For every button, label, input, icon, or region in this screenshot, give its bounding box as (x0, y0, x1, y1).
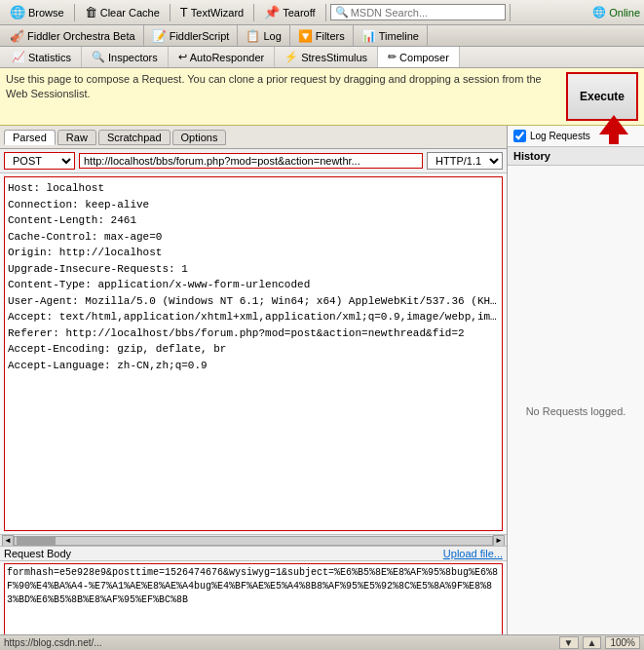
history-label: History (508, 147, 644, 166)
status-right: ▼ ▲ 100% (559, 636, 640, 649)
separator4 (325, 4, 326, 21)
tab-log[interactable]: 📋 Log (238, 25, 289, 46)
info-banner: Use this page to compose a Request. You … (0, 68, 644, 126)
banner-text: Use this page to compose a Request. You … (6, 72, 566, 102)
left-panel: Parsed Raw Scratchpad Options POST GET P… (0, 126, 508, 650)
fiddler-orchestra-icon: 🎻 (10, 29, 24, 43)
body-label-row: Request Body Upload file... (0, 546, 507, 561)
tearoff-label: Tearoff (283, 7, 315, 19)
url-input[interactable] (79, 153, 423, 169)
statistics-icon: 📈 (12, 51, 25, 63)
upload-link[interactable]: Upload file... (443, 548, 503, 559)
execute-label: Execute (580, 90, 625, 103)
tab-filters[interactable]: 🔽 Filters (290, 25, 354, 46)
header-line: Accept: text/html,application/xhtml+xml,… (8, 309, 499, 325)
history-text: History (513, 150, 550, 162)
online-label: Online (609, 7, 640, 19)
tearoff-button[interactable]: 📌 Tearoff (258, 3, 321, 21)
scroll-right-arrow[interactable]: ► (493, 535, 505, 547)
textwizard-label: TextWizard (191, 7, 244, 19)
execute-button[interactable]: Execute (566, 72, 638, 121)
log-requests-label: Log Requests (530, 131, 590, 141)
autoresponder-icon: ↩ (178, 51, 187, 63)
body-area[interactable]: formhash=e5e928e9&posttime=1526474676&wy… (4, 563, 503, 641)
composer-icon: ✏ (388, 51, 397, 63)
log-requests-checkbox[interactable] (513, 130, 526, 142)
sub-tab-options[interactable]: Options (172, 130, 227, 145)
tab-timeline[interactable]: 📊 Timeline (354, 25, 428, 46)
clear-cache-icon: 🗑 (85, 5, 97, 19)
banner-text-content: Use this page to compose a Request. You … (6, 73, 542, 99)
log-icon: 📋 (246, 29, 260, 43)
scroll-thumb (17, 537, 56, 545)
body-content: formhash=e5e928e9&posttime=1526474676&wy… (7, 567, 498, 605)
execute-wrapper: Execute (566, 72, 638, 121)
composer-label: Composer (399, 52, 449, 63)
browse-icon: 🌐 (10, 5, 25, 19)
textwizard-icon: T (180, 5, 188, 19)
search-box: 🔍 (330, 4, 506, 20)
separator3 (253, 4, 254, 21)
protocol-select[interactable]: HTTP/1.1 HTTP/2 (427, 152, 503, 170)
tab-fiddler-orchestra[interactable]: 🎻 Fiddler Orchestra Beta (2, 25, 144, 46)
filters-label: Filters (316, 30, 345, 42)
no-requests-label: No Requests logged. (526, 405, 626, 417)
sub-tab-scratchpad[interactable]: Scratchpad (98, 130, 170, 145)
method-select[interactable]: POST GET PUT DELETE (4, 152, 75, 170)
search-input[interactable] (351, 7, 501, 19)
request-line: POST GET PUT DELETE HTTP/1.1 HTTP/2 (0, 149, 507, 173)
filters-icon: 🔽 (298, 29, 313, 43)
clear-cache-button[interactable]: 🗑 Clear Cache (79, 3, 166, 21)
stress-label: StresStimulus (301, 52, 367, 63)
status-badge2: ▲ (583, 636, 602, 649)
header-line: Content-Length: 2461 (8, 212, 499, 229)
zoom-level: 100% (605, 636, 640, 649)
log-check-row: Log Requests (508, 126, 644, 147)
tabs-row1: 🎻 Fiddler Orchestra Beta 📝 FiddlerScript… (0, 25, 644, 47)
headers-area[interactable]: Host: localhost Connection: keep-alive C… (4, 176, 503, 531)
sub-tabs: Parsed Raw Scratchpad Options (0, 126, 507, 149)
header-line: Host: localhost (8, 180, 499, 197)
tabs-row2: 📈 Statistics 🔍 Inspectors ↩ AutoResponde… (0, 47, 644, 68)
separator1 (74, 4, 75, 21)
clear-cache-label: Clear Cache (100, 7, 160, 19)
online-status: 🌐 Online (592, 6, 640, 19)
tab-statistics[interactable]: 📈 Statistics (2, 47, 82, 67)
header-line: User-Agent: Mozilla/5.0 (Windows NT 6.1;… (8, 293, 499, 310)
status-url: https://blog.csdn.net/... (4, 637, 559, 648)
textwizard-button[interactable]: T TextWizard (174, 3, 249, 21)
browse-button[interactable]: 🌐 Browse (4, 3, 70, 21)
inspectors-label: Inspectors (108, 52, 158, 63)
tab-stress-stimulus[interactable]: ⚡ StresStimulus (275, 47, 378, 67)
header-line: Connection: keep-alive (8, 197, 499, 213)
header-line: Accept-Encoding: gzip, deflate, br (8, 341, 499, 358)
toolbar: 🌐 Browse 🗑 Clear Cache T TextWizard 📌 Te… (0, 0, 644, 25)
tab-autoresponder[interactable]: ↩ AutoResponder (169, 47, 275, 67)
separator5 (510, 4, 511, 21)
tab-composer[interactable]: ✏ Composer (378, 47, 460, 67)
main-area: Parsed Raw Scratchpad Options POST GET P… (0, 126, 644, 650)
status-badge1: ▼ (559, 636, 579, 649)
header-line: Upgrade-Insecure-Requests: 1 (8, 261, 499, 278)
sub-tab-parsed[interactable]: Parsed (4, 130, 56, 145)
right-panel: Log Requests History No Requests logged. (508, 126, 644, 650)
tab-inspectors[interactable]: 🔍 Inspectors (82, 47, 169, 67)
autoresponder-label: AutoResponder (190, 52, 264, 63)
browse-label: Browse (28, 7, 64, 19)
search-icon: 🔍 (335, 6, 349, 19)
fiddler-orchestra-label: Fiddler Orchestra Beta (27, 30, 135, 42)
scroll-left-arrow[interactable]: ◄ (2, 535, 14, 547)
tab-fiddler-script[interactable]: 📝 FiddlerScript (144, 25, 239, 46)
headers-scrollbar[interactable]: ◄ ► (0, 534, 507, 546)
no-requests-area: No Requests logged. (508, 166, 644, 650)
body-label: Request Body (4, 548, 71, 559)
fiddler-script-label: FiddlerScript (170, 30, 230, 42)
tearoff-icon: 📌 (264, 5, 280, 19)
sub-tab-raw[interactable]: Raw (57, 130, 96, 145)
log-label: Log (263, 30, 281, 42)
scroll-track-h[interactable] (14, 536, 493, 546)
header-line: Cache-Control: max-age=0 (8, 229, 499, 246)
stress-icon: ⚡ (284, 51, 298, 63)
statistics-label: Statistics (28, 52, 71, 63)
header-line: Accept-Language: zh-CN,zh;q=0.9 (8, 358, 499, 374)
